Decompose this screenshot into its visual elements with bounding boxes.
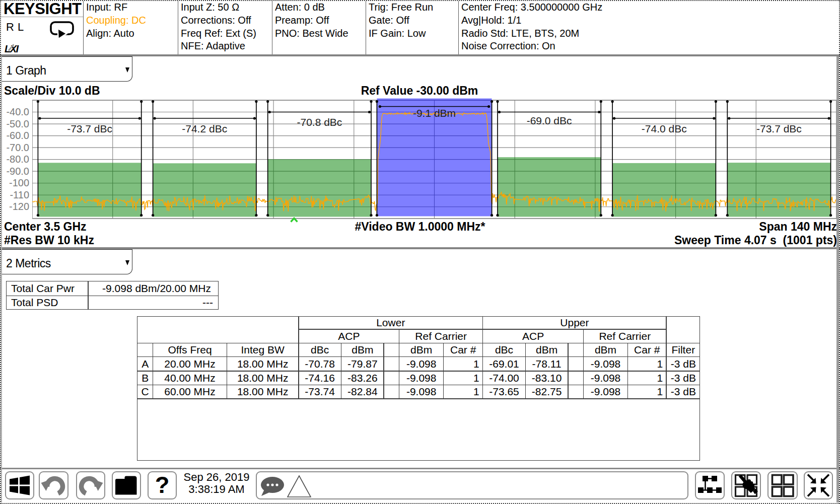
- svg-text:-69.0 dBc: -69.0 dBc: [527, 115, 572, 126]
- svg-text:-74.0 dBc: -74.0 dBc: [642, 123, 687, 134]
- svg-text:-73.7 dBc: -73.7 dBc: [756, 123, 802, 134]
- svg-text:-74.2 dBc: -74.2 dBc: [182, 123, 227, 134]
- svg-text:-70.8 dBc: -70.8 dBc: [297, 116, 342, 128]
- svg-text:-9.1 dBm: -9.1 dBm: [413, 107, 456, 119]
- svg-text:-73.7 dBc: -73.7 dBc: [67, 123, 112, 134]
